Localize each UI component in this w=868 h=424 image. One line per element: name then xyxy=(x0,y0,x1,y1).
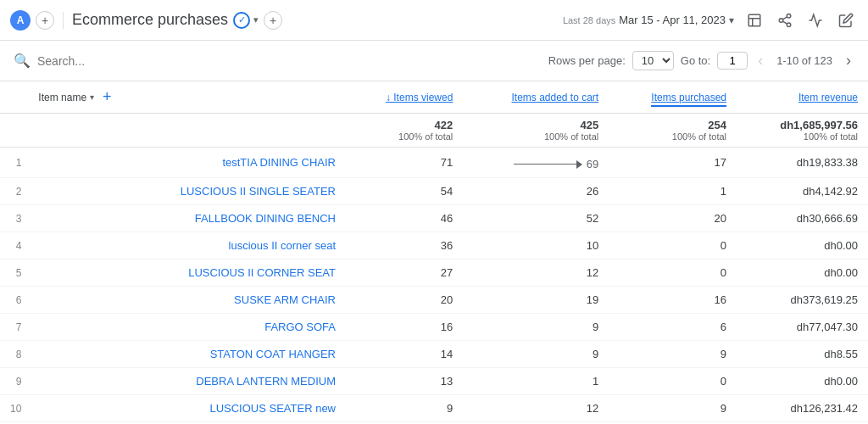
totals-name xyxy=(28,114,346,148)
svg-point-3 xyxy=(787,14,791,18)
items-purchased: 0 xyxy=(609,259,737,287)
item-name[interactable]: STATON COAT HANGER xyxy=(28,341,346,368)
sort-arrow-icon[interactable]: ▾ xyxy=(90,92,94,102)
items-purchased: 6 xyxy=(609,314,737,341)
data-table: Item name ▾ + ↓ Items viewed Items added… xyxy=(0,81,868,422)
row-num: 9 xyxy=(0,368,28,395)
app-icon: A xyxy=(10,10,31,31)
item-revenue: dh0.00 xyxy=(737,259,868,287)
share-icon[interactable] xyxy=(773,8,797,32)
rows-per-page-select[interactable]: 10 25 50 xyxy=(632,51,674,70)
goto-label: Go to: xyxy=(681,54,710,67)
items-added: 1 xyxy=(463,368,609,395)
item-revenue: dh19,833.38 xyxy=(737,148,868,178)
totals-num xyxy=(0,114,28,148)
items-added: 10 xyxy=(463,232,609,259)
items-added: 69 xyxy=(463,148,609,178)
col-header-num xyxy=(0,81,28,114)
items-viewed: 16 xyxy=(346,314,463,341)
item-revenue: dh126,231.42 xyxy=(737,395,868,422)
add-tab-button[interactable]: + xyxy=(36,11,54,30)
item-name[interactable]: LUSCIOUS SEATER new xyxy=(28,395,346,422)
table-row: 10 LUSCIOUS SEATER new 9 12 9 dh126,231.… xyxy=(0,395,868,422)
topbar-right: Last 28 days Mar 15 - Apr 11, 2023 ▾ xyxy=(563,8,858,32)
search-bar: 🔍 Rows per page: 10 25 50 Go to: ‹ 1-10 … xyxy=(0,41,868,81)
items-viewed: 54 xyxy=(346,178,463,205)
items-viewed: 27 xyxy=(346,259,463,287)
pagination-info: 1-10 of 123 xyxy=(776,54,832,67)
topbar-left: A + Ecommerce purchases ✓ ▾ + xyxy=(10,10,556,31)
items-added: 19 xyxy=(463,287,609,314)
items-purchased: 16 xyxy=(609,287,737,314)
row-num: 1 xyxy=(0,148,28,178)
table-row: 6 SUSKE ARM CHAIR 20 19 16 dh373,619.25 xyxy=(0,287,868,314)
item-name[interactable]: testTIA DINING CHAIR xyxy=(28,148,346,178)
prev-page-button[interactable]: ‹ xyxy=(754,50,766,71)
date-range[interactable]: Last 28 days Mar 15 - Apr 11, 2023 ▾ xyxy=(563,14,734,26)
svg-rect-0 xyxy=(748,14,760,26)
add-report-button[interactable]: + xyxy=(264,11,282,30)
row-num: 3 xyxy=(0,205,28,232)
col-header-item-name[interactable]: Item name ▾ + xyxy=(28,81,346,114)
item-revenue: dh373,619.25 xyxy=(737,287,868,314)
items-viewed: 9 xyxy=(346,395,463,422)
compare-icon[interactable] xyxy=(804,8,827,32)
items-purchased: 9 xyxy=(609,395,737,422)
items-purchased: 0 xyxy=(609,232,737,259)
goto-input[interactable] xyxy=(717,52,748,70)
chart-icon[interactable] xyxy=(743,8,766,32)
row-num: 5 xyxy=(0,259,28,287)
search-right: Rows per page: 10 25 50 Go to: ‹ 1-10 of… xyxy=(548,50,854,71)
check-badge[interactable]: ✓ xyxy=(233,12,250,29)
item-name[interactable]: FARGO SOFA xyxy=(28,314,346,341)
date-dropdown-arrow[interactable]: ▾ xyxy=(729,14,734,26)
items-added: 12 xyxy=(463,395,609,422)
item-revenue: dh4,142.92 xyxy=(737,178,868,205)
item-name[interactable]: luscious II corner seat xyxy=(28,232,346,259)
search-input[interactable] xyxy=(37,54,292,68)
col-header-items-purchased[interactable]: Items purchased xyxy=(609,81,737,114)
svg-point-5 xyxy=(787,23,791,27)
items-viewed: 36 xyxy=(346,232,463,259)
items-viewed: 13 xyxy=(346,368,463,395)
divider xyxy=(63,12,64,29)
col-header-item-revenue[interactable]: Item revenue xyxy=(737,81,868,114)
totals-added: 425 100% of total xyxy=(463,114,609,148)
next-page-button[interactable]: › xyxy=(843,50,854,71)
table-container: Item name ▾ + ↓ Items viewed Items added… xyxy=(0,81,868,424)
table-row: 9 DEBRA LANTERN MEDIUM 13 1 0 dh0.00 xyxy=(0,368,868,395)
item-name[interactable]: SUSKE ARM CHAIR xyxy=(28,287,346,314)
totals-revenue: dh1,685,997.56 100% of total xyxy=(737,114,868,148)
item-name[interactable]: DEBRA LANTERN MEDIUM xyxy=(28,368,346,395)
items-added: 12 xyxy=(463,259,609,287)
items-viewed: 14 xyxy=(346,341,463,368)
table-row: 3 FALLBOOK DINING BENCH 46 52 20 dh30,66… xyxy=(0,205,868,232)
title-check: ✓ ▾ xyxy=(233,12,259,29)
item-name[interactable]: LUSCIOUS II SINGLE SEATER xyxy=(28,178,346,205)
item-name[interactable]: FALLBOOK DINING BENCH xyxy=(28,205,346,232)
table-row: 2 LUSCIOUS II SINGLE SEATER 54 26 1 dh4,… xyxy=(0,178,868,205)
add-column-button[interactable]: + xyxy=(103,88,112,106)
items-purchased: 17 xyxy=(609,148,737,178)
report-title: Ecommerce purchases xyxy=(72,11,228,29)
items-added: 26 xyxy=(463,178,609,205)
search-left: 🔍 xyxy=(14,53,542,69)
rows-label: Rows per page: xyxy=(548,54,626,67)
item-revenue: dh8.55 xyxy=(737,341,868,368)
col-header-items-viewed[interactable]: ↓ Items viewed xyxy=(346,81,463,114)
items-viewed: 71 xyxy=(346,148,463,178)
item-revenue: dh0.00 xyxy=(737,232,868,259)
item-name[interactable]: LUSCIOUS II CORNER SEAT xyxy=(28,259,346,287)
title-dropdown-arrow[interactable]: ▾ xyxy=(253,14,259,25)
items-purchased: 9 xyxy=(609,341,737,368)
arrow-line xyxy=(514,164,581,165)
row-num: 7 xyxy=(0,314,28,341)
items-viewed: 20 xyxy=(346,287,463,314)
table-row: 7 FARGO SOFA 16 9 6 dh77,047.30 xyxy=(0,314,868,341)
items-purchased: 20 xyxy=(609,205,737,232)
svg-point-4 xyxy=(779,18,783,22)
edit-icon[interactable] xyxy=(834,8,858,32)
table-row: 4 luscious II corner seat 36 10 0 dh0.00 xyxy=(0,232,868,259)
item-revenue: dh30,666.69 xyxy=(737,205,868,232)
col-header-items-added[interactable]: Items added to cart xyxy=(463,81,609,114)
